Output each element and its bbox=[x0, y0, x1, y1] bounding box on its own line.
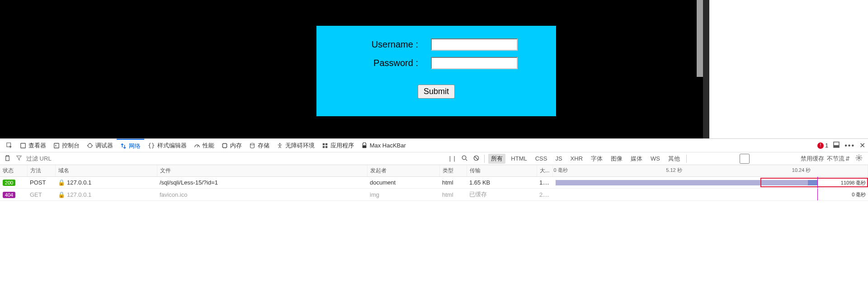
tab-performance-label: 性能 bbox=[203, 142, 214, 150]
page-scrollbar[interactable] bbox=[697, 0, 703, 77]
col-type[interactable]: 类型 bbox=[439, 165, 467, 177]
tab-storage-label: 存储 bbox=[258, 142, 269, 150]
block-button[interactable] bbox=[472, 155, 481, 163]
svg-point-14 bbox=[462, 156, 466, 159]
performance-icon bbox=[194, 142, 200, 149]
tab-accessibility-label: 无障碍环境 bbox=[285, 142, 315, 150]
filter-other[interactable]: 其他 bbox=[665, 154, 683, 164]
col-domain[interactable]: 域名 bbox=[55, 165, 157, 177]
waterfall-tick-0: 0 毫秒 bbox=[554, 167, 568, 174]
tab-console-label: 控制台 bbox=[62, 142, 80, 150]
styleeditor-icon: {} bbox=[148, 142, 155, 149]
tab-inspector-label: 查看器 bbox=[28, 142, 46, 150]
tab-performance[interactable]: 性能 bbox=[190, 139, 218, 152]
more-button[interactable]: ••• bbox=[844, 142, 855, 150]
url-filter-input[interactable] bbox=[26, 154, 135, 164]
settings-button[interactable] bbox=[853, 154, 865, 163]
cell-waterfall: 0 毫秒 bbox=[552, 189, 868, 201]
console-icon bbox=[53, 142, 60, 149]
clear-button[interactable] bbox=[3, 155, 12, 163]
devtools-panel: 查看器 控制台 调试器 网络 {} 样式编辑器 性能 内存 存储 bbox=[0, 138, 868, 289]
dock-icon bbox=[833, 141, 840, 148]
password-row: Password : bbox=[316, 57, 556, 69]
tab-network[interactable]: 网络 bbox=[117, 139, 144, 152]
tab-styleeditor[interactable]: {} 样式编辑器 bbox=[144, 139, 190, 152]
col-method[interactable]: 方法 bbox=[27, 165, 55, 177]
svg-rect-8 bbox=[326, 143, 327, 145]
tab-memory[interactable]: 内存 bbox=[218, 139, 245, 152]
tab-hackbar-label: Max HacKBar bbox=[370, 142, 406, 149]
svg-rect-11 bbox=[362, 145, 366, 148]
svg-rect-1 bbox=[21, 143, 26, 148]
error-indicator[interactable]: ! 1 bbox=[817, 142, 828, 149]
pause-button[interactable]: || bbox=[448, 155, 457, 162]
submit-button[interactable]: Submit bbox=[418, 85, 455, 99]
svg-rect-2 bbox=[54, 143, 59, 148]
devtools-tab-bar: 查看器 控制台 调试器 网络 {} 样式编辑器 性能 内存 存储 bbox=[0, 139, 868, 152]
cell-method: POST bbox=[27, 177, 55, 189]
disable-cache-checkbox[interactable] bbox=[690, 154, 799, 164]
filter-html[interactable]: HTML bbox=[508, 154, 529, 163]
col-waterfall[interactable]: 0 毫秒 5.12 秒 10.24 秒 bbox=[552, 165, 868, 177]
dock-button[interactable] bbox=[833, 141, 840, 150]
filter-button[interactable] bbox=[14, 155, 24, 162]
lock-icon: 🔒 bbox=[58, 179, 65, 186]
filter-all[interactable]: 所有 bbox=[488, 154, 505, 164]
username-row: Username : bbox=[316, 38, 556, 51]
pick-element-button[interactable] bbox=[3, 139, 16, 152]
tab-console[interactable]: 控制台 bbox=[50, 139, 83, 152]
col-status[interactable]: 状态 bbox=[0, 165, 27, 177]
col-file[interactable]: 文件 bbox=[157, 165, 367, 177]
username-label: Username : bbox=[355, 39, 418, 50]
filter-images[interactable]: 图像 bbox=[608, 154, 625, 164]
tab-debugger[interactable]: 调试器 bbox=[83, 139, 117, 152]
cell-size: 2.... bbox=[537, 189, 552, 201]
filter-js[interactable]: JS bbox=[552, 154, 565, 163]
cell-file: /sql/sqli/Less-15/?id=1 bbox=[157, 177, 367, 189]
cell-transferred: 已缓存 bbox=[467, 189, 537, 201]
status-badge: 404 bbox=[3, 192, 15, 198]
gear-icon bbox=[855, 154, 863, 161]
separator bbox=[484, 155, 485, 163]
submit-row: Submit bbox=[316, 85, 556, 99]
cell-size: 1.... bbox=[537, 177, 552, 189]
login-form: Username : Password : Submit bbox=[316, 26, 556, 116]
storage-icon bbox=[249, 142, 255, 149]
filter-fonts[interactable]: 字体 bbox=[588, 154, 605, 164]
cell-domain: 🔒127.0.0.1 bbox=[55, 189, 157, 201]
table-row[interactable]: 200 POST 🔒127.0.0.1 /sql/sqli/Less-15/?i… bbox=[0, 177, 868, 189]
filter-ws[interactable]: WS bbox=[648, 154, 663, 163]
funnel-icon bbox=[16, 155, 22, 161]
accessibility-icon bbox=[277, 142, 283, 149]
svg-rect-10 bbox=[326, 146, 327, 147]
tab-inspector[interactable]: 查看器 bbox=[16, 139, 50, 152]
tab-hackbar[interactable]: Max HacKBar bbox=[358, 139, 410, 152]
password-input[interactable] bbox=[431, 57, 518, 69]
network-table: 状态 方法 域名 文件 发起者 类型 传输 大... 0 毫秒 5.12 秒 1… bbox=[0, 165, 868, 201]
tab-accessibility[interactable]: 无障碍环境 bbox=[273, 139, 318, 152]
tab-debugger-label: 调试器 bbox=[95, 142, 113, 150]
throttle-select[interactable]: 不节流 ⇵ bbox=[827, 155, 850, 163]
tab-application[interactable]: 应用程序 bbox=[318, 139, 358, 152]
col-transferred[interactable]: 传输 bbox=[467, 165, 537, 177]
hackbar-icon bbox=[361, 142, 368, 149]
table-row[interactable]: 404 GET 🔒127.0.0.1 favicon.ico img html … bbox=[0, 189, 868, 201]
disable-cache-toggle[interactable]: 禁用缓存 bbox=[690, 154, 824, 164]
cell-transferred: 1.65 KB bbox=[467, 177, 537, 189]
tab-application-label: 应用程序 bbox=[330, 142, 354, 150]
waterfall-duration: 11098 毫秒 bbox=[841, 180, 866, 186]
chevron-down-icon: ⇵ bbox=[845, 156, 850, 162]
username-input[interactable] bbox=[431, 38, 518, 51]
cell-file: favicon.ico bbox=[157, 189, 367, 201]
tab-storage[interactable]: 存储 bbox=[245, 139, 273, 152]
col-size[interactable]: 大... bbox=[537, 165, 552, 177]
filter-xhr[interactable]: XHR bbox=[568, 154, 585, 163]
close-devtools-button[interactable]: ✕ bbox=[859, 141, 865, 150]
filter-media[interactable]: 媒体 bbox=[628, 154, 645, 164]
col-initiator[interactable]: 发起者 bbox=[367, 165, 439, 177]
error-icon: ! bbox=[817, 142, 824, 149]
search-button[interactable] bbox=[460, 155, 469, 163]
trash-icon bbox=[4, 155, 11, 161]
filter-css[interactable]: CSS bbox=[533, 154, 550, 163]
svg-rect-9 bbox=[322, 146, 324, 147]
